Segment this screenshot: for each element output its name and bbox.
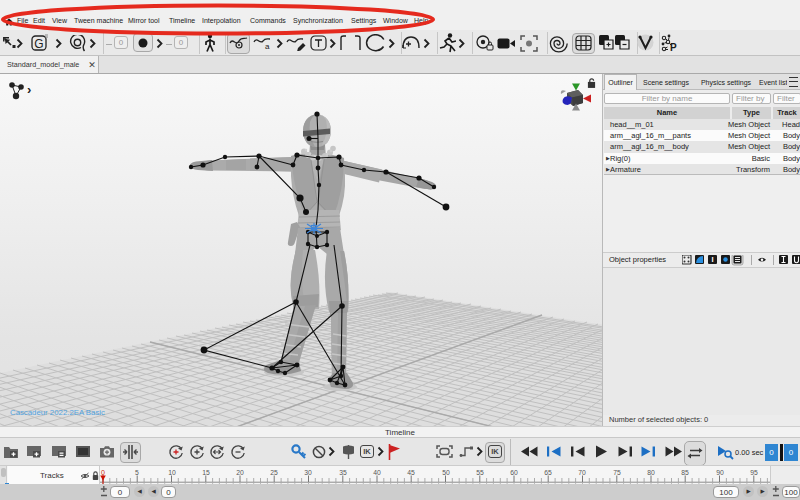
svg-text:›: › bbox=[27, 82, 31, 97]
svg-text:75: 75 bbox=[613, 469, 621, 476]
svg-text:45: 45 bbox=[407, 469, 415, 476]
svg-text:55: 55 bbox=[476, 469, 484, 476]
svg-text:10: 10 bbox=[168, 469, 176, 476]
svg-text:25: 25 bbox=[270, 469, 278, 476]
svg-text:I: I bbox=[711, 255, 713, 264]
svg-text:Cascadeur 2022.2EA Basic: Cascadeur 2022.2EA Basic bbox=[10, 408, 105, 417]
svg-text:85: 85 bbox=[681, 469, 689, 476]
svg-text:P: P bbox=[670, 42, 677, 53]
svg-text:30: 30 bbox=[304, 469, 312, 476]
svg-text:80: 80 bbox=[647, 469, 655, 476]
svg-text:35: 35 bbox=[339, 469, 347, 476]
svg-text:a: a bbox=[265, 42, 270, 50]
svg-text:60: 60 bbox=[510, 469, 518, 476]
svg-text:0: 0 bbox=[101, 469, 105, 476]
svg-text:5: 5 bbox=[135, 469, 139, 476]
svg-text:50: 50 bbox=[442, 469, 450, 476]
svg-text:15: 15 bbox=[202, 469, 210, 476]
svg-text:G: G bbox=[34, 37, 43, 51]
svg-text:40: 40 bbox=[373, 469, 381, 476]
svg-text:70: 70 bbox=[578, 469, 586, 476]
svg-text:65: 65 bbox=[544, 469, 552, 476]
svg-text:95: 95 bbox=[750, 469, 758, 476]
svg-text:90: 90 bbox=[716, 469, 724, 476]
svg-text:20: 20 bbox=[236, 469, 244, 476]
